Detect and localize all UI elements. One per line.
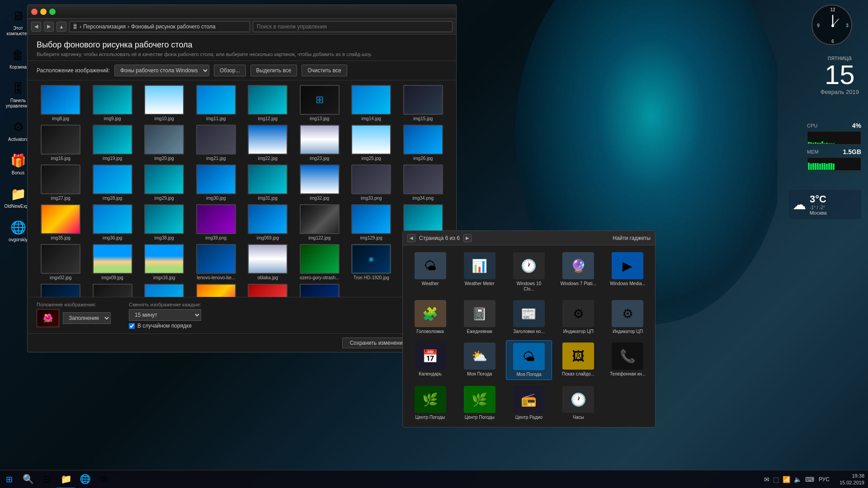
- gadgets-next-button[interactable]: ▶: [463, 234, 472, 242]
- gadget-item-windows-media[interactable]: ▶Windows Media...: [605, 250, 651, 294]
- gadget-item-headlines[interactable]: 📰Заголовки но...: [506, 298, 552, 337]
- taskbar-store[interactable]: 🛍: [95, 470, 113, 488]
- language-indicator[interactable]: РУС: [819, 476, 830, 483]
- mail-tray-icon[interactable]: ✉: [764, 476, 769, 483]
- gadget-item-calendar[interactable]: 📅Календарь: [407, 340, 453, 380]
- close-button[interactable]: [31, 9, 38, 15]
- keyboard-icon[interactable]: ⌨: [805, 476, 814, 483]
- image-item[interactable]: img12.jpg: [244, 85, 292, 121]
- start-button[interactable]: ⊞: [0, 470, 18, 488]
- volume-icon[interactable]: 🔈: [794, 476, 802, 483]
- image-item[interactable]: ⊞img13.jpg: [296, 85, 344, 121]
- image-item[interactable]: img30.jpg: [192, 164, 241, 201]
- image-item[interactable]: imgx09.jpg: [89, 244, 137, 280]
- image-item[interactable]: imgx02.jpg: [37, 244, 85, 280]
- gadget-item-clock2[interactable]: 🕐Часы: [556, 384, 601, 422]
- image-item[interactable]: img22.jpg: [244, 125, 292, 161]
- gadget-item-cpu-meter[interactable]: ⚙Индикатор ЦП: [556, 298, 601, 337]
- image-item[interactable]: oblaka.jpg: [244, 244, 292, 280]
- image-item[interactable]: img33.png: [347, 164, 396, 201]
- taskbar-search[interactable]: 🔍: [19, 470, 37, 488]
- image-item[interactable]: img26.jpg: [399, 125, 448, 161]
- image-item[interactable]: ◉Tron HD-1920.jpg: [347, 244, 396, 280]
- clear-all-button[interactable]: Очистить все: [302, 65, 347, 76]
- image-item[interactable]: img31.jpg: [244, 164, 292, 201]
- image-item[interactable]: img28.jpg: [89, 164, 137, 201]
- image-item[interactable]: img27.jpg: [37, 164, 85, 201]
- forward-button[interactable]: ▶: [44, 22, 54, 32]
- gadget-item-my-weather2[interactable]: 🌤Моя Погода: [506, 340, 552, 380]
- gadget-item-radio-center[interactable]: 📻Центр Радио: [506, 384, 552, 422]
- image-item[interactable]: img15.jpg: [399, 85, 448, 121]
- image-item[interactable]: Windows Red.png: [244, 284, 292, 297]
- image-item[interactable]: img32.jpg: [296, 164, 344, 201]
- image-item[interactable]: img38.jpg: [140, 204, 189, 240]
- desktop-icon-label-activators: Activators: [8, 137, 28, 142]
- gadget-item-puzzle[interactable]: 🧩Головоломка: [407, 298, 453, 337]
- image-item[interactable]: img9.jpg: [89, 85, 137, 121]
- search-input[interactable]: [253, 21, 453, 32]
- image-item[interactable]: img25.jpg: [347, 125, 396, 161]
- gadget-item-weather-meter[interactable]: 📊Weather Meter: [457, 250, 502, 294]
- gadget-item-notebook[interactable]: 📓Ежедневник: [457, 298, 502, 337]
- gadget-item-win7-plati[interactable]: 🔮Windows 7 Plati...: [556, 250, 601, 294]
- image-item[interactable]: img8.jpg: [37, 85, 85, 121]
- taskbar-explorer[interactable]: 📁: [57, 470, 75, 488]
- image-item[interactable]: imgx16.jpg: [140, 244, 189, 280]
- breadcrumb-personalization[interactable]: Персонализация: [83, 23, 126, 30]
- taskbar-ie[interactable]: 🌐: [76, 470, 94, 488]
- select-all-button[interactable]: Выделить все: [250, 65, 297, 76]
- gadgets-search-button[interactable]: Найти гаджеты: [613, 235, 651, 241]
- maximize-button[interactable]: [49, 9, 56, 15]
- browse-button[interactable]: Обзор...: [214, 65, 246, 76]
- gadgets-prev-button[interactable]: ◀: [407, 234, 415, 242]
- gadget-item-cpu-meter2[interactable]: ⚙Индикатор ЦП: [605, 298, 651, 337]
- shuffle-checkbox[interactable]: [129, 323, 135, 329]
- taskbar-clock[interactable]: 19:38 15.02.2019: [836, 473, 868, 486]
- image-item[interactable]: img23.jpg: [296, 125, 344, 161]
- image-grid-container[interactable]: img8.jpgimg9.jpgimg10.jpgimg11.jpgimg12.…: [28, 80, 456, 297]
- image-item[interactable]: img129.jpg: [347, 204, 396, 240]
- back-button[interactable]: ◀: [31, 22, 41, 32]
- up-button[interactable]: ▲: [57, 22, 66, 32]
- gadget-item-weather[interactable]: 🌤Weather: [407, 250, 453, 294]
- gadget-item-win10-clock[interactable]: 🕐Windows 10 Clo...: [506, 250, 552, 294]
- network-icon[interactable]: 📶: [783, 476, 790, 483]
- gadget-icon-my-weather: ⛅: [464, 343, 495, 370]
- image-item[interactable]: Windows ...: [192, 284, 241, 297]
- image-item[interactable]: img14.jpg: [347, 85, 396, 121]
- image-item[interactable]: lenovo-lenovo-be...: [192, 244, 241, 280]
- breadcrumb-wallpaper[interactable]: Фоновый рисунок рабочего стола: [131, 23, 216, 30]
- image-item[interactable]: windows_10.jpg: [296, 284, 344, 297]
- image-item[interactable]: tron-white-girl-...: [37, 284, 85, 297]
- image-thumbnail: [93, 125, 132, 155]
- image-item[interactable]: img20.jpg: [140, 125, 189, 161]
- image-thumbnail: [300, 164, 340, 194]
- image-item[interactable]: img19.jpg: [89, 125, 137, 161]
- image-item[interactable]: img122.jpg: [296, 204, 344, 240]
- gadget-item-phone-book[interactable]: 📞Телефонная кн...: [605, 340, 651, 380]
- image-item[interactable]: img36.jpg: [89, 204, 137, 240]
- image-item[interactable]: img34.png: [399, 164, 448, 201]
- position-select[interactable]: Заполнение: [63, 312, 111, 324]
- gadget-item-weather-center2[interactable]: 🌿Центр Погоды: [457, 384, 502, 422]
- image-item[interactable]: img11.jpg: [192, 85, 241, 121]
- taskbar-thumbnail-icon[interactable]: ⬚: [773, 476, 779, 483]
- gadget-item-slideshow[interactable]: 🖼Показ слайдо...: [556, 340, 601, 380]
- image-item[interactable]: img35.jpg: [37, 204, 85, 240]
- image-item[interactable]: img069.jpg: [244, 204, 292, 240]
- image-item[interactable]: Windo...: [89, 284, 137, 297]
- gadget-item-my-weather[interactable]: ⛅Моя Погода: [457, 340, 502, 380]
- image-item[interactable]: Windo...: [140, 284, 189, 297]
- interval-select[interactable]: 15 минут: [129, 309, 201, 321]
- image-item[interactable]: img10.jpg: [140, 85, 189, 121]
- image-item[interactable]: img29.jpg: [140, 164, 189, 201]
- minimize-button[interactable]: [40, 9, 47, 15]
- location-select[interactable]: Фоны рабочего стола Windows: [114, 65, 209, 76]
- image-item[interactable]: img39.png: [192, 204, 241, 240]
- taskbar-taskview[interactable]: ⊟: [38, 470, 56, 488]
- image-item[interactable]: img16.jpg: [37, 125, 85, 161]
- gadget-item-weather-center[interactable]: 🌿Центр Погоды: [407, 384, 453, 422]
- image-item[interactable]: ozero-gory-otrash...: [296, 244, 344, 280]
- image-item[interactable]: img21.jpg: [192, 125, 241, 161]
